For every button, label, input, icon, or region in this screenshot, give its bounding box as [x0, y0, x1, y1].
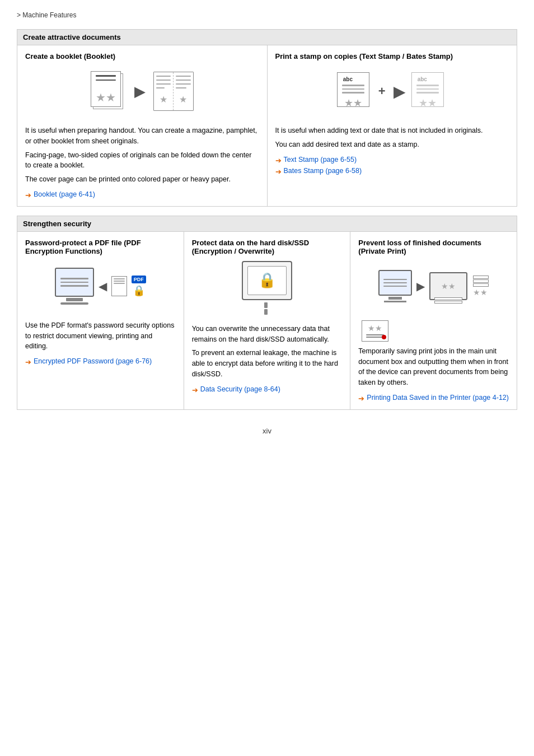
lock-hdd-icon: 🔒 — [258, 272, 276, 289]
monitor-container — [55, 268, 94, 305]
arrow-icon-pdf: ➔ — [25, 358, 31, 366]
m-line — [383, 279, 407, 280]
private-doc-box: ★★ — [362, 320, 509, 342]
plus-icon: + — [378, 84, 386, 99]
private-content: Temporarily saving print jobs in the mai… — [358, 346, 509, 403]
stamp-result-doc: abc ★★ — [411, 72, 444, 107]
right-arrow-private: ▶ — [416, 279, 425, 293]
pdf-badge-container: PDF 🔒 — [132, 276, 146, 297]
cell-hdd-encrypt: Protect data on the hard disk/SSD (Encry… — [184, 232, 351, 409]
sheet-front: ★★ — [91, 71, 121, 107]
cell-booklet: Create a booklet (Booklet) — [17, 45, 268, 206]
cell-title-booklet: Create a booklet (Booklet) — [25, 52, 259, 60]
pdf-link-row-0: ➔ Encrypted PDF Password (page 6-76) — [25, 357, 176, 366]
stamp-link-row-0: ➔ Text Stamp (page 6-55) — [275, 156, 509, 165]
book-line — [156, 83, 171, 85]
right-stars: ★★ — [473, 288, 488, 297]
stamp-illus: abc ★★ + ▶ — [337, 72, 447, 110]
booklet-illustration: ★★ ▶ ★ — [25, 66, 259, 116]
private-doc-icon: ★★ — [362, 320, 388, 342]
dl — [366, 334, 384, 335]
booklet-para-0: It is useful when preparing handout. You… — [25, 125, 259, 147]
private-para-0: Temporarily saving print jobs in the mai… — [358, 346, 509, 388]
hdd-para-0: You can overwrite the unnecessary data t… — [192, 324, 343, 345]
printer-stars: ★★ — [441, 282, 456, 291]
page-footer: xiv — [17, 427, 517, 435]
book-line — [156, 87, 165, 88]
private-link-row-0: ➔ Printing Data Saved in the Printer (pa… — [358, 394, 509, 403]
printer-container: ★★ — [429, 272, 467, 300]
arrow-icon-private: ➔ — [358, 394, 364, 403]
pdf-para-0: Use the PDF format's password security o… — [25, 320, 176, 352]
booklet-illus: ★★ ▶ ★ — [91, 71, 194, 111]
paper-out — [434, 297, 462, 300]
booklet-link-0[interactable]: Booklet (page 6-41) — [34, 190, 95, 198]
monitor-stand — [66, 298, 83, 301]
doc-stars: ★★ — [368, 324, 382, 333]
paper-stack-right — [473, 276, 489, 287]
stamp-doc-lines — [342, 85, 364, 94]
monitor-base — [60, 302, 88, 305]
section-security: Strengthen security Password-protect a P… — [17, 216, 517, 410]
star-right: ★ — [176, 91, 191, 107]
booklet-para-2: The cover page can be printed onto color… — [25, 174, 259, 185]
book-line — [176, 76, 191, 77]
arrow-icon-stamp-1: ➔ — [275, 167, 282, 176]
private-monitor-lines — [383, 279, 407, 287]
pdf-illustration: ◀ PDF 🔒 — [25, 261, 176, 311]
breadcrumb: > Machine Features — [17, 11, 517, 19]
section-header-attractive: Create attractive documents — [17, 30, 517, 45]
stamp-doc-container: abc ★★ — [337, 72, 373, 110]
stars-booklet-front: ★★ — [96, 92, 116, 103]
m-line — [383, 286, 407, 287]
paper-out-2 — [434, 301, 462, 304]
m-line — [383, 282, 407, 283]
booklet-para-1: Facing-page, two-sided copies of origina… — [25, 150, 259, 171]
stamp-content: It is useful when adding text or date th… — [275, 125, 509, 176]
stamp-result-lines — [416, 85, 439, 94]
open-book: ★ ★ — [153, 72, 194, 111]
section-body-attractive: Create a booklet (Booklet) — [17, 45, 517, 206]
monitor-line — [60, 278, 88, 279]
stamp-link-0[interactable]: Text Stamp (page 6-55) — [284, 156, 357, 164]
book-left: ★ — [154, 72, 174, 110]
line — [96, 75, 116, 77]
left-arrow-icon: ◀ — [99, 279, 107, 293]
line — [342, 85, 364, 86]
line — [416, 85, 439, 86]
stamp-illustration: abc ★★ + ▶ — [275, 66, 509, 116]
enc-illus: 🔒 — [242, 261, 292, 315]
stamp-link-row-1: ➔ Bates Stamp (page 6-58) — [275, 167, 509, 176]
hdd-link-0[interactable]: Data Security (page 8-64) — [200, 385, 280, 393]
private-illustration: ▶ ★★ — [358, 261, 509, 311]
abc-label: abc — [343, 76, 353, 82]
lines-front — [96, 75, 116, 81]
sheet-stack: ★★ — [91, 71, 127, 111]
pdf-link-0[interactable]: Encrypted PDF Password (page 6-76) — [34, 357, 152, 365]
hdd-illustration: 🔒 — [192, 261, 343, 315]
hdd-para-1: To prevent an external leakage, the mach… — [192, 348, 343, 379]
right-stars-stack: ★★ — [473, 276, 489, 297]
page-wrapper: > Machine Features Create attractive doc… — [0, 0, 534, 446]
small-doc — [111, 276, 127, 296]
stamp-para-0: It is useful when adding text or date th… — [275, 125, 509, 136]
play-arrow-stamp: ▶ — [394, 82, 406, 101]
doc-line — [114, 283, 125, 284]
hdd-strip — [264, 309, 268, 315]
lock-icon: 🔒 — [133, 284, 145, 297]
arrow-icon-hdd: ➔ — [192, 386, 198, 394]
pdf-illus: ◀ PDF 🔒 — [55, 268, 146, 305]
stamp-link-1[interactable]: Bates Stamp (page 6-58) — [284, 167, 362, 175]
private-monitor — [378, 270, 412, 302]
stamp-stars-left: ★★ — [344, 97, 362, 109]
page-number: xiv — [263, 427, 271, 435]
book-line — [176, 83, 191, 85]
line — [96, 80, 116, 81]
book-line — [176, 80, 191, 81]
rp — [473, 279, 489, 283]
monitor-line — [60, 282, 88, 283]
monitor — [55, 268, 94, 297]
cell-private-print: Prevent loss of finished documents (Priv… — [350, 232, 517, 409]
private-link-0[interactable]: Printing Data Saved in the Printer (page… — [367, 394, 509, 402]
book-right: ★ — [174, 72, 193, 110]
